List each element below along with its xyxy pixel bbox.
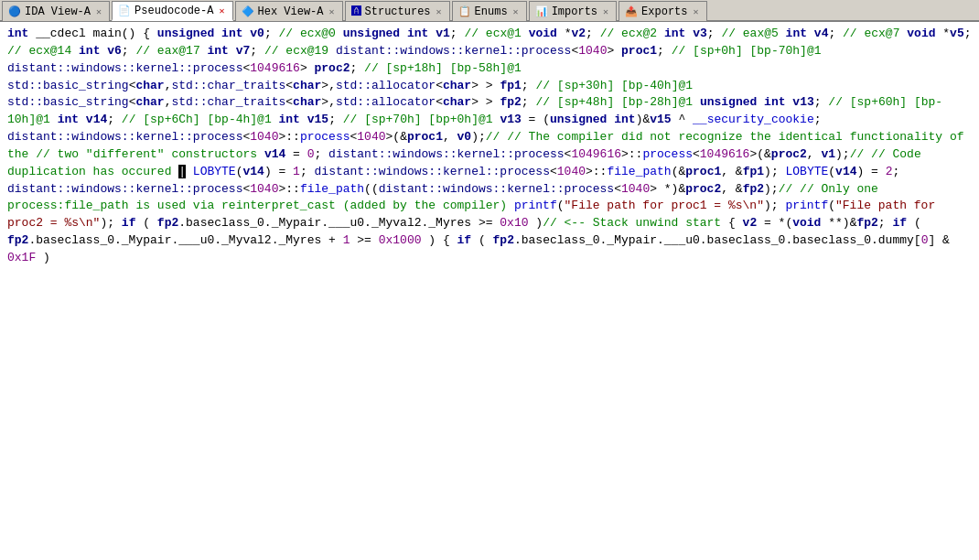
tab-structures[interactable]: 🅰 Structures ✕ (345, 1, 450, 21)
code-area[interactable]: int __cdecl main() { unsigned int v0; //… (0, 22, 979, 560)
tab-enums-close[interactable]: ✕ (511, 6, 521, 17)
structures-icon: 🅰 (351, 5, 361, 17)
imports-icon: 📊 (535, 5, 548, 17)
hex-view-icon: 🔷 (242, 5, 254, 17)
tab-bar: 🔵 IDA View-A ✕ 📄 Pseudocode-A ✕ 🔷 Hex Vi… (0, 0, 979, 22)
tab-pseudocode[interactable]: 📄 Pseudocode-A ✕ (112, 1, 232, 21)
enums-icon: 📋 (458, 5, 471, 17)
tab-ida-view[interactable]: 🔵 IDA View-A ✕ (2, 1, 110, 21)
exports-icon: 📤 (625, 5, 638, 17)
tab-imports[interactable]: 📊 Imports ✕ (529, 1, 617, 21)
tab-pseudocode-close[interactable]: ✕ (217, 5, 226, 16)
tab-ida-view-label: IDA View-A (25, 5, 91, 18)
pseudocode-icon: 📄 (118, 5, 131, 16)
tab-hex-view[interactable]: 🔷 Hex View-A ✕ (235, 1, 343, 21)
tab-hex-view-close[interactable]: ✕ (328, 6, 337, 17)
tab-exports-close[interactable]: ✕ (692, 6, 701, 17)
tab-ida-view-close[interactable]: ✕ (94, 6, 103, 17)
ida-view-icon: 🔵 (8, 5, 21, 17)
tab-hex-view-label: Hex View-A (258, 5, 324, 18)
code-content: int __cdecl main() { unsigned int v0; //… (7, 26, 972, 267)
tab-enums[interactable]: 📋 Enums ✕ (452, 1, 527, 21)
tab-enums-label: Enums (475, 5, 508, 18)
tab-pseudocode-label: Pseudocode-A (134, 5, 213, 17)
tab-structures-close[interactable]: ✕ (435, 6, 444, 17)
tab-exports-label: Exports (641, 5, 687, 18)
tab-imports-label: Imports (552, 5, 597, 18)
tab-imports-close[interactable]: ✕ (601, 6, 610, 17)
tab-exports[interactable]: 📤 Exports ✕ (619, 1, 706, 21)
tab-structures-label: Structures (365, 5, 431, 18)
